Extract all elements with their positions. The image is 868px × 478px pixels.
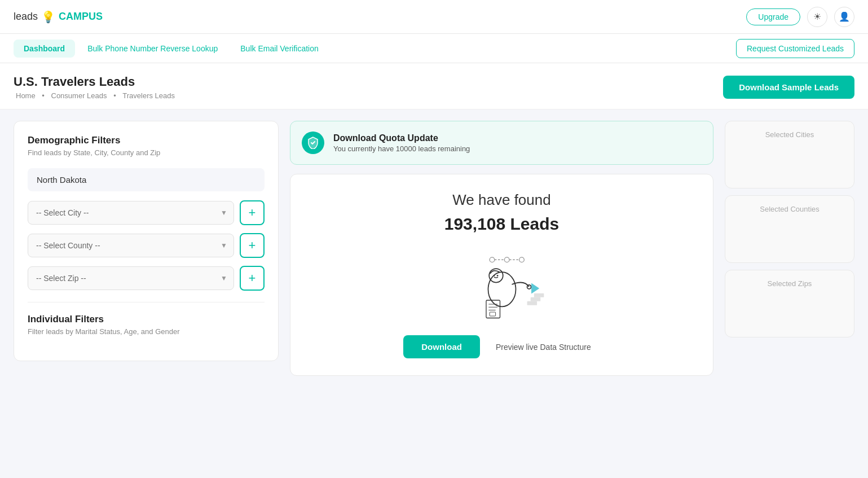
- preview-button[interactable]: Preview live Data Structure: [487, 336, 600, 358]
- city-select[interactable]: -- Select City --: [28, 201, 234, 225]
- illustration: [451, 245, 553, 324]
- user-icon: 👤: [839, 11, 850, 22]
- add-county-button[interactable]: +: [240, 233, 265, 258]
- city-select-wrapper: -- Select City -- ▼: [28, 201, 234, 225]
- svg-point-3: [519, 257, 524, 262]
- svg-point-5: [488, 272, 515, 306]
- right-panel: Selected Cities Selected Counties Select…: [725, 121, 854, 475]
- tab-bulk-phone[interactable]: Bulk Phone Number Reverse Lookup: [77, 40, 228, 58]
- page-title: U.S. Travelers Leads: [14, 74, 177, 89]
- theme-toggle-button[interactable]: ☀: [807, 7, 827, 27]
- leads-count: 193,108 Leads: [444, 214, 559, 234]
- header: leads 💡 CAMPUS Upgrade ☀ 👤: [0, 0, 868, 34]
- svg-point-1: [504, 257, 509, 262]
- breadcrumb-home[interactable]: Home: [16, 91, 36, 100]
- selected-cities-label: Selected Cities: [734, 130, 845, 139]
- svg-rect-11: [534, 293, 544, 297]
- tab-bulk-email[interactable]: Bulk Email Verification: [230, 40, 329, 58]
- divider: [28, 302, 265, 302]
- add-city-button[interactable]: +: [240, 200, 265, 225]
- left-panel: Demographic Filters Find leads by State,…: [14, 121, 279, 361]
- zip-select[interactable]: -- Select Zip --: [28, 266, 234, 290]
- main-content: Demographic Filters Find leads by State,…: [0, 109, 868, 478]
- svg-point-8: [496, 275, 498, 277]
- found-text: We have found: [452, 191, 550, 209]
- page-header: U.S. Travelers Leads Home • Consumer Lea…: [0, 63, 868, 109]
- county-select[interactable]: -- Select County --: [28, 234, 234, 257]
- download-button[interactable]: Download: [403, 335, 480, 358]
- download-sample-button[interactable]: Download Sample Leads: [723, 76, 854, 99]
- action-row: Download Preview live Data Structure: [403, 335, 600, 358]
- breadcrumb-travelers[interactable]: Travelers Leads: [122, 91, 175, 100]
- page-title-area: U.S. Travelers Leads Home • Consumer Lea…: [14, 74, 177, 100]
- add-zip-button[interactable]: +: [240, 266, 265, 291]
- selected-counties-label: Selected Counties: [734, 205, 845, 213]
- nav-bar: Dashboard Bulk Phone Number Reverse Look…: [0, 34, 868, 63]
- breadcrumb: Home • Consumer Leads • Travelers Leads: [14, 91, 177, 100]
- selected-counties-section: Selected Counties: [725, 195, 854, 263]
- demographic-filters-title: Demographic Filters: [28, 135, 265, 146]
- theme-icon: ☀: [813, 11, 821, 22]
- zip-select-row: -- Select Zip -- ▼ +: [28, 266, 265, 291]
- svg-point-7: [493, 275, 495, 277]
- breadcrumb-consumer[interactable]: Consumer Leads: [51, 91, 107, 100]
- results-card: We have found 193,108 Leads: [290, 174, 713, 376]
- tab-dashboard[interactable]: Dashboard: [14, 40, 75, 58]
- quota-subtitle: You currently have 10000 leads remaining: [333, 144, 470, 153]
- quota-text: Download Quota Update You currently have…: [333, 133, 470, 153]
- svg-rect-12: [530, 297, 540, 301]
- county-select-wrapper: -- Select County -- ▼: [28, 234, 234, 257]
- logo-campus: CAMPUS: [59, 11, 103, 23]
- header-right: Upgrade ☀ 👤: [746, 7, 854, 27]
- svg-point-0: [490, 257, 495, 262]
- state-label: North Dakota: [28, 168, 265, 191]
- logo-leads: leads: [14, 11, 38, 23]
- selected-zips-label: Selected Zips: [734, 279, 845, 288]
- logo: leads 💡 CAMPUS: [14, 10, 103, 24]
- quota-title: Download Quota Update: [333, 133, 470, 143]
- user-menu-button[interactable]: 👤: [834, 7, 854, 27]
- quota-card: Download Quota Update You currently have…: [290, 121, 713, 165]
- logo-icon: 💡: [41, 10, 55, 24]
- quota-shield-icon: [302, 131, 324, 154]
- upgrade-button[interactable]: Upgrade: [746, 8, 800, 25]
- city-select-row: -- Select City -- ▼ +: [28, 200, 265, 225]
- zip-select-wrapper: -- Select Zip -- ▼: [28, 266, 234, 290]
- individual-filters-title: Individual Filters: [28, 314, 265, 325]
- request-customized-leads-button[interactable]: Request Customized Leads: [736, 39, 854, 58]
- selected-cities-section: Selected Cities: [725, 121, 854, 188]
- selected-zips-section: Selected Zips: [725, 270, 854, 337]
- county-select-row: -- Select County -- ▼ +: [28, 233, 265, 258]
- individual-filters-subtitle: Filter leads by Marital Status, Age, and…: [28, 327, 265, 336]
- svg-marker-10: [531, 283, 539, 293]
- demographic-filters-subtitle: Find leads by State, City, County and Zi…: [28, 148, 265, 157]
- svg-rect-13: [527, 301, 537, 305]
- center-panel: Download Quota Update You currently have…: [279, 121, 725, 475]
- svg-rect-18: [490, 312, 496, 316]
- nav-tabs: Dashboard Bulk Phone Number Reverse Look…: [14, 40, 329, 58]
